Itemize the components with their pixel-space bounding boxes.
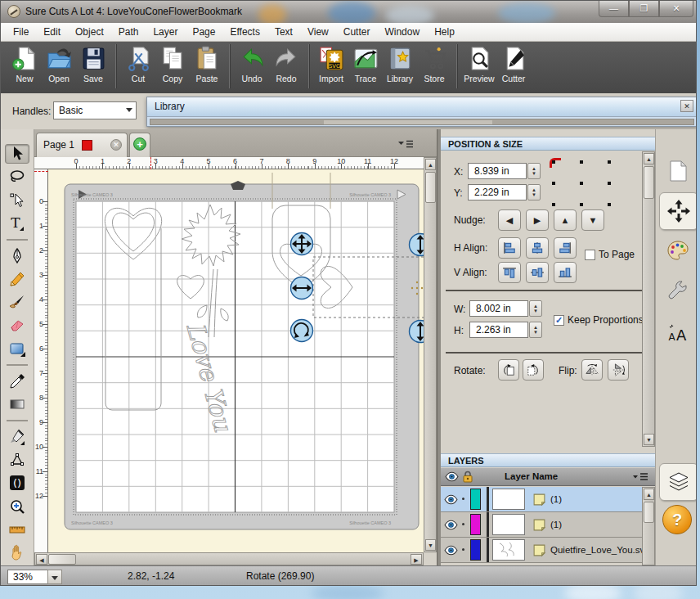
menu-effects[interactable]: Effects [222,24,267,40]
toolbar-undo-button[interactable]: Undo [235,45,269,83]
maximize-button[interactable]: ❒ [629,1,659,17]
scroll-up-icon[interactable]: ▲ [425,159,436,170]
layer-row[interactable]: Quietfire_Love_You.svg [441,538,642,563]
page-color-swatch[interactable] [82,140,92,151]
rotate-right-button[interactable] [523,359,544,381]
menu-object[interactable]: Object [68,24,111,40]
layers-scrollbar[interactable]: ▲ [642,487,655,565]
page-close-icon[interactable]: ✕ [110,139,122,151]
w-input[interactable]: 8.002 in [469,300,528,317]
layer-note-icon[interactable] [532,518,546,532]
to-page-checkbox[interactable] [585,250,595,260]
layers-menu-icon[interactable] [632,472,648,482]
nudge-left-button[interactable]: ◀ [498,209,521,231]
dock-appearance-button[interactable] [659,233,697,269]
layer-thumbnail[interactable] [492,514,525,535]
canvas-horizontal-scrollbar[interactable]: ◀ ▶ [34,552,424,565]
x-input[interactable]: 8.939 in [468,163,527,179]
layer-visibility-eye-icon[interactable] [444,493,458,504]
align-right-button[interactable] [554,237,577,259]
text-tool[interactable]: T [5,214,29,233]
layer-name[interactable]: Quietfire_Love_You.svg [550,545,650,555]
canvas-vertical-scrollbar[interactable]: ▲ ▼ [424,157,437,552]
align-top-button[interactable] [498,262,521,283]
toolbar-new-button[interactable]: New [7,45,42,83]
library-close-button[interactable]: ✕ [680,100,693,112]
toolbar-cutter-button[interactable]: Cutter [496,45,531,83]
scrollbar-thumb[interactable] [48,554,76,565]
add-page-icon[interactable]: + [133,137,146,151]
layer-name[interactable]: (1) [550,520,562,529]
scrollbar-thumb[interactable] [644,166,654,199]
hand-tool[interactable] [5,543,29,562]
toolbar-trace-button[interactable]: Trace [348,45,383,83]
handles-dropdown[interactable]: Basic [53,101,137,119]
scrollbar-thumb[interactable] [644,502,654,523]
rotate-left-button[interactable] [498,359,519,381]
menu-layer[interactable]: Layer [146,24,185,40]
dock-position-button[interactable] [659,192,697,230]
w-stepper[interactable]: ▲▼ [529,300,542,317]
menu-text[interactable]: Text [267,24,300,40]
h-input[interactable]: 2.263 in [469,322,528,338]
scroll-down-icon[interactable]: ▼ [425,539,436,551]
toolbar-library-button[interactable]: Library [383,45,417,83]
lasso-tool[interactable] [5,167,29,187]
help-button[interactable]: ? [662,505,692,534]
design-canvas[interactable]: Silhouette CAMEO 3 Silhouette CAMEO 3 Si… [34,169,424,552]
add-page-tab[interactable]: + [129,133,150,157]
flip-vertical-button[interactable] [608,359,629,381]
y-stepper[interactable]: ▲▼ [527,184,541,200]
layer-visibility-eye-icon[interactable] [444,519,458,529]
close-button[interactable]: ✕ [659,1,693,17]
visibility-column-icon[interactable] [445,471,459,482]
flip-horizontal-button[interactable] [581,359,603,381]
align-center-button[interactable] [526,237,549,259]
dock-text-button[interactable]: AA [659,315,697,351]
toolbar-redo-button[interactable]: Redo [269,45,303,83]
node-edit-tool[interactable] [5,450,29,470]
menu-window[interactable]: Window [377,24,427,40]
h-stepper[interactable]: ▲▼ [529,322,542,338]
select-tool[interactable] [5,144,29,164]
layer-thumbnail[interactable] [492,539,525,561]
layer-lock-dot[interactable] [462,548,464,551]
rotate-handle[interactable] [291,320,313,342]
nudge-right-button[interactable]: ▶ [526,209,549,231]
menu-help[interactable]: Help [427,24,462,40]
layer-row[interactable]: (1) [441,487,642,512]
scroll-up-icon[interactable]: ▲ [644,153,654,164]
menu-file[interactable]: File [6,24,36,40]
reference-point-grid[interactable] [552,160,616,208]
toolbar-copy-button[interactable]: Copy [155,45,190,83]
bracket-tool[interactable]: () [5,473,29,493]
align-left-button[interactable] [498,237,521,259]
toolbar-store-button[interactable]: Store [417,45,451,83]
toolbar-cut-button[interactable]: Cut [121,45,155,83]
scrollbar-thumb[interactable] [425,172,436,203]
eraser-tool[interactable] [5,315,29,335]
layer-note-icon[interactable] [532,543,546,557]
layer-color-swatch[interactable] [470,514,481,535]
toolbar-open-button[interactable]: Open [42,45,76,83]
eyedropper-tool[interactable] [5,372,29,391]
toolbar-import-button[interactable]: SVGImport [314,45,348,83]
layer-color-swatch[interactable] [470,539,481,561]
h-resize-handle[interactable] [291,277,313,300]
gradient-tool[interactable] [5,394,29,414]
zoom-tool[interactable] [5,496,29,516]
title-bar[interactable]: Sure Cuts A Lot 4: LoveYouConeFlowerBook… [1,1,696,24]
panel-scrollbar[interactable]: ▲ ▼ [642,151,655,447]
menu-edit[interactable]: Edit [36,24,68,40]
menu-view[interactable]: View [300,24,336,40]
x-stepper[interactable]: ▲▼ [527,163,541,179]
layer-row[interactable]: (1) [441,512,642,538]
page-list-icon[interactable] [397,139,414,149]
position-size-header[interactable]: POSITION & SIZE [441,137,655,151]
layer-visibility-eye-icon[interactable] [444,544,458,555]
page-tab[interactable]: Page 1 ✕ [36,133,128,157]
keep-proportions-checkbox[interactable]: ✓ [554,315,564,326]
scroll-up-icon[interactable]: ▲ [644,489,654,500]
y-input[interactable]: 2.229 in [468,184,527,200]
scroll-down-icon[interactable]: ▼ [644,434,654,445]
